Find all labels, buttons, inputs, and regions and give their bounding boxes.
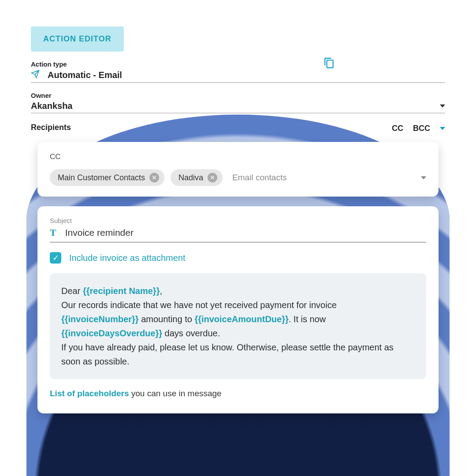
bcc-toggle[interactable]: BCC bbox=[413, 124, 430, 133]
cc-chip-label: Nadiva bbox=[178, 173, 203, 182]
cc-card: CC Main Customer Contacts ✕ Nadiva ✕ Ema… bbox=[37, 142, 439, 197]
copy-icon[interactable] bbox=[324, 57, 335, 71]
placeholders-link[interactable]: List of placeholders bbox=[50, 389, 129, 398]
chevron-down-icon bbox=[440, 104, 445, 108]
owner-label: Owner bbox=[31, 92, 445, 99]
action-type-select[interactable]: Automatic - Email bbox=[31, 70, 445, 83]
email-body-card: Subject T Invoice reminder ✓ Include inv… bbox=[37, 206, 439, 413]
subject-value: Invoice reminder bbox=[65, 227, 134, 238]
send-icon bbox=[31, 70, 40, 81]
message-editor[interactable]: Dear {{recipient Name}},Our records indi… bbox=[50, 273, 426, 379]
recipients-label: Recipients bbox=[31, 123, 392, 132]
remove-chip-icon[interactable]: ✕ bbox=[149, 173, 159, 182]
action-type-label: Action type bbox=[31, 60, 445, 68]
remove-chip-icon[interactable]: ✕ bbox=[208, 173, 217, 182]
chevron-down-icon[interactable] bbox=[421, 176, 426, 179]
placeholders-note: List of placeholders you can use in mess… bbox=[50, 389, 426, 398]
cc-chip[interactable]: Main Customer Contacts ✕ bbox=[50, 169, 164, 186]
include-attachment-checkbox[interactable]: ✓ bbox=[50, 252, 61, 264]
owner-value: Akanksha bbox=[31, 101, 440, 111]
cc-input[interactable]: Email contacts bbox=[229, 173, 415, 182]
action-editor-badge: ACTION EDITOR bbox=[31, 26, 124, 52]
cc-chip[interactable]: Nadiva ✕ bbox=[171, 169, 223, 186]
cc-toggle[interactable]: CC bbox=[392, 124, 403, 133]
include-attachment-label: Include invoice as attachment bbox=[69, 253, 186, 263]
cc-card-title: CC bbox=[50, 152, 426, 161]
placeholders-note-rest: you can use in message bbox=[129, 389, 221, 398]
subject-input[interactable]: T Invoice reminder bbox=[50, 227, 426, 242]
cc-chip-label: Main Customer Contacts bbox=[58, 173, 145, 182]
owner-select[interactable]: Akanksha bbox=[31, 101, 445, 113]
text-icon: T bbox=[50, 227, 56, 238]
recipients-expand[interactable] bbox=[440, 127, 445, 130]
subject-label: Subject bbox=[50, 217, 426, 224]
action-type-value: Automatic - Email bbox=[48, 70, 445, 80]
